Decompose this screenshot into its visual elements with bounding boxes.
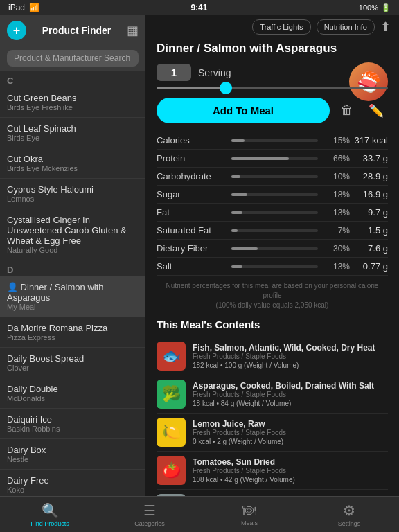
slider-thumb[interactable] [220, 82, 232, 94]
add-meal-button[interactable]: Add To Meal [157, 98, 330, 123]
ingredient-image: 🌶️ [157, 494, 186, 496]
list-item[interactable]: Cut Leaf SpinachBirds Eye [0, 118, 145, 148]
delete-icon[interactable]: 🗑 [335, 99, 359, 123]
list-item-brand: Naturally Good [7, 246, 139, 254]
list-item-brand: My Meal [7, 303, 139, 311]
nutrient-bar-wrap [231, 265, 318, 268]
search-input[interactable] [7, 50, 139, 66]
tab-label: Find Products [30, 520, 69, 527]
section-header-C: C [0, 71, 145, 87]
slider-row[interactable] [157, 87, 388, 89]
edit-icon[interactable]: ✏️ [364, 99, 388, 123]
tab-item-categories[interactable]: ☰Categories [100, 502, 200, 527]
list-item-name: Cut Leaf Spinach [7, 123, 139, 134]
list-item-name: Daily Boost Spread [7, 353, 139, 364]
list-item[interactable]: Da Morire Romana PizzaPizza Express [0, 317, 145, 348]
list-item-brand: Birds Eye [7, 134, 139, 142]
nutrient-val: 317 kcal [350, 135, 388, 145]
nutrient-bar [231, 265, 242, 268]
nutrient-name: Protein [157, 153, 226, 163]
nutrient-row: Sugar 18% 16.9 g [157, 186, 388, 204]
nutrient-pct: 30% [323, 244, 350, 254]
list-item-brand: Nestle [7, 455, 139, 463]
list-item-name: 👤 Dinner / Salmon with Asparagus [7, 282, 139, 303]
nutrition-info-btn[interactable]: Nutrition Info [317, 19, 375, 35]
tab-item-settings[interactable]: ⚙Settings [299, 502, 399, 527]
list-item-brand: Pizza Express [7, 333, 139, 342]
ingredient-row: 🌶️ Spices, Pepper, Black Fresh Products … [157, 490, 388, 496]
nutrient-row: Protein 66% 33.7 g [157, 150, 388, 168]
nutrient-val: 1.5 g [350, 225, 388, 236]
list-item-name: Cut Okra [7, 154, 139, 164]
nutrient-pct: 13% [323, 262, 350, 272]
ingredient-kcal: 0 kcal • 2 g (Weight / Volume) [193, 438, 388, 445]
ingredient-kcal: 182 kcal • 100 g (Weight / Volume) [193, 362, 388, 369]
ingredient-row: 🐟 Fish, Salmon, Atlantic, Wild, Cooked, … [157, 337, 388, 375]
list-item[interactable]: Cystallised Ginger In Unsweetened Carob … [0, 209, 145, 260]
tab-icon: ⚙ [343, 502, 355, 519]
nutrient-bar [231, 247, 258, 250]
status-bar: iPad 📶 9:41 100% 🔋 [0, 0, 399, 15]
list-item[interactable]: Cut Green BeansBirds Eye Freshlike [0, 87, 145, 118]
main-layout: + Product Finder ▦ CCut Green BeansBirds… [0, 15, 399, 496]
nutrient-val: 7.6 g [350, 243, 388, 254]
tab-item-meals[interactable]: 🍽Meals [200, 502, 299, 526]
list-item[interactable]: Daily DoubleMcDonalds [0, 378, 145, 409]
tab-label: Settings [338, 520, 361, 527]
ingredient-row: 🍅 Tomatoes, Sun Dried Fresh Products / S… [157, 452, 388, 490]
tab-bar: 🔍Find Products☰Categories🍽Meals⚙Settings [0, 496, 399, 532]
nutrient-val: 33.7 g [350, 153, 388, 163]
serving-input[interactable] [157, 64, 191, 81]
nutrient-pct: 10% [323, 172, 350, 181]
nutrient-bar-wrap [231, 139, 318, 142]
list-item[interactable]: Cyprus Style HaloumiLemnos [0, 179, 145, 209]
list-item[interactable]: Cut OkraBirds Eye Mckenzies [0, 148, 145, 179]
nutrient-pct: 18% [323, 190, 350, 200]
nutrient-bar [231, 175, 240, 178]
list-item[interactable]: Dairy BoxNestle [0, 439, 145, 470]
nutrient-bar-wrap [231, 247, 318, 250]
ingredient-category: Fresh Products / Staple Foods [193, 429, 388, 436]
nutrient-bar [231, 157, 289, 160]
nutrient-bar [231, 193, 247, 196]
right-panel: Traffic Lights Nutrition Info ⬆ 🍣 Dinner… [145, 15, 399, 496]
tab-label: Meals [241, 520, 258, 526]
ipad-label: iPad [8, 3, 25, 12]
nutrient-val: 28.9 g [350, 171, 388, 181]
traffic-lights-btn[interactable]: Traffic Lights [252, 19, 310, 35]
nutrient-name: Sugar [157, 189, 226, 200]
ingredient-category: Fresh Products / Staple Foods [193, 353, 388, 360]
list-item[interactable]: Daiquiri IceBaskin Robbins [0, 409, 145, 439]
ingredient-kcal: 108 kcal • 42 g (Weight / Volume) [193, 476, 388, 484]
wifi-icon: 📶 [29, 3, 39, 12]
nutrient-row: Saturated Fat 7% 1.5 g [157, 222, 388, 240]
nutrient-bar-wrap [231, 229, 318, 232]
ingredient-name: Asparagus, Cooked, Boiled, Drained With … [193, 381, 388, 391]
list-item-name: Dairy Free [7, 475, 139, 486]
nutrient-pct: 15% [323, 136, 350, 145]
ingredient-kcal: 18 kcal • 84 g (Weight / Volume) [193, 400, 388, 407]
list-item[interactable]: Dairy FreeKoko [0, 470, 145, 496]
share-icon[interactable]: ⬆ [380, 19, 391, 35]
battery-icon: 🔋 [381, 3, 391, 12]
sidebar: + Product Finder ▦ CCut Green BeansBirds… [0, 15, 145, 496]
sidebar-logo: + [7, 21, 26, 40]
nutrient-val: 16.9 g [350, 189, 388, 200]
ingredient-info: Lemon Juice, Raw Fresh Products / Staple… [193, 419, 388, 445]
list-item[interactable]: Daily Boost SpreadClover [0, 348, 145, 378]
nutrient-val: 0.77 g [350, 261, 388, 272]
ingredient-image: 🍅 [157, 456, 186, 485]
serving-label: Serving [198, 67, 231, 78]
nutrient-note: Nutrient percentages for this meal are b… [157, 281, 388, 310]
nutrient-name: Saturated Fat [157, 225, 226, 236]
right-content: Dinner / Salmon with Asparagus Serving A… [145, 39, 399, 496]
section-header-D: D [0, 260, 145, 276]
ingredient-image: 🐟 [157, 342, 186, 371]
food-image: 🍣 [349, 62, 388, 101]
nutrient-bar [231, 229, 238, 232]
list-item[interactable]: 👤 Dinner / Salmon with AsparagusMy Meal [0, 276, 145, 317]
barcode-icon[interactable]: ▦ [127, 23, 139, 38]
ingredient-info: Tomatoes, Sun Dried Fresh Products / Sta… [193, 457, 388, 484]
tab-item-find-products[interactable]: 🔍Find Products [0, 502, 100, 527]
nutrient-name: Salt [157, 261, 226, 272]
